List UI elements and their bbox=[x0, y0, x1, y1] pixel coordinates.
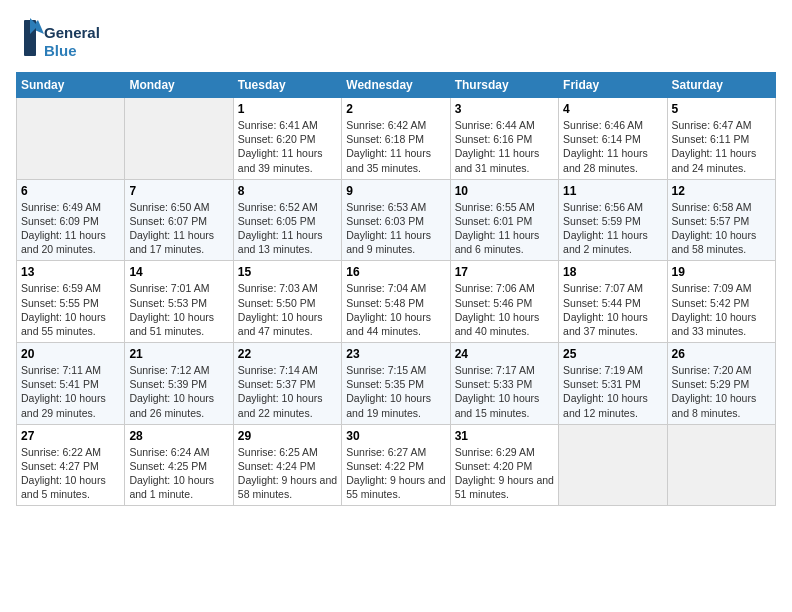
calendar-cell: 28Sunrise: 6:24 AMSunset: 4:25 PMDayligh… bbox=[125, 424, 233, 506]
daylight-label: Daylight: 11 hours and 9 minutes. bbox=[346, 229, 431, 255]
calendar-cell: 31Sunrise: 6:29 AMSunset: 4:20 PMDayligh… bbox=[450, 424, 558, 506]
sunset-label: Sunset: 5:55 PM bbox=[21, 297, 99, 309]
sunrise-label: Sunrise: 6:41 AM bbox=[238, 119, 318, 131]
cell-content: Sunrise: 7:11 AMSunset: 5:41 PMDaylight:… bbox=[21, 363, 120, 420]
cell-content: Sunrise: 6:24 AMSunset: 4:25 PMDaylight:… bbox=[129, 445, 228, 502]
day-number: 10 bbox=[455, 184, 554, 198]
sunset-label: Sunset: 6:01 PM bbox=[455, 215, 533, 227]
day-number: 8 bbox=[238, 184, 337, 198]
sunrise-label: Sunrise: 7:17 AM bbox=[455, 364, 535, 376]
sunset-label: Sunset: 5:44 PM bbox=[563, 297, 641, 309]
daylight-label: Daylight: 9 hours and 51 minutes. bbox=[455, 474, 554, 500]
sunset-label: Sunset: 4:20 PM bbox=[455, 460, 533, 472]
sunset-label: Sunset: 5:33 PM bbox=[455, 378, 533, 390]
calendar-cell: 18Sunrise: 7:07 AMSunset: 5:44 PMDayligh… bbox=[559, 261, 667, 343]
cell-content: Sunrise: 6:47 AMSunset: 6:11 PMDaylight:… bbox=[672, 118, 771, 175]
day-header-sunday: Sunday bbox=[17, 73, 125, 98]
sunrise-label: Sunrise: 7:01 AM bbox=[129, 282, 209, 294]
daylight-label: Daylight: 11 hours and 35 minutes. bbox=[346, 147, 431, 173]
day-number: 30 bbox=[346, 429, 445, 443]
calendar-cell: 15Sunrise: 7:03 AMSunset: 5:50 PMDayligh… bbox=[233, 261, 341, 343]
cell-content: Sunrise: 6:52 AMSunset: 6:05 PMDaylight:… bbox=[238, 200, 337, 257]
sunset-label: Sunset: 6:14 PM bbox=[563, 133, 641, 145]
daylight-label: Daylight: 9 hours and 55 minutes. bbox=[346, 474, 445, 500]
sunset-label: Sunset: 6:09 PM bbox=[21, 215, 99, 227]
day-number: 5 bbox=[672, 102, 771, 116]
daylight-label: Daylight: 9 hours and 58 minutes. bbox=[238, 474, 337, 500]
cell-content: Sunrise: 6:22 AMSunset: 4:27 PMDaylight:… bbox=[21, 445, 120, 502]
day-number: 7 bbox=[129, 184, 228, 198]
calendar-cell: 23Sunrise: 7:15 AMSunset: 5:35 PMDayligh… bbox=[342, 343, 450, 425]
sunset-label: Sunset: 6:16 PM bbox=[455, 133, 533, 145]
sunrise-label: Sunrise: 6:58 AM bbox=[672, 201, 752, 213]
sunset-label: Sunset: 4:27 PM bbox=[21, 460, 99, 472]
sunset-label: Sunset: 5:35 PM bbox=[346, 378, 424, 390]
daylight-label: Daylight: 10 hours and 33 minutes. bbox=[672, 311, 757, 337]
daylight-label: Daylight: 10 hours and 55 minutes. bbox=[21, 311, 106, 337]
daylight-label: Daylight: 10 hours and 15 minutes. bbox=[455, 392, 540, 418]
day-number: 17 bbox=[455, 265, 554, 279]
day-number: 6 bbox=[21, 184, 120, 198]
calendar-week-4: 20Sunrise: 7:11 AMSunset: 5:41 PMDayligh… bbox=[17, 343, 776, 425]
calendar-cell: 19Sunrise: 7:09 AMSunset: 5:42 PMDayligh… bbox=[667, 261, 775, 343]
day-number: 24 bbox=[455, 347, 554, 361]
cell-content: Sunrise: 6:53 AMSunset: 6:03 PMDaylight:… bbox=[346, 200, 445, 257]
daylight-label: Daylight: 10 hours and 51 minutes. bbox=[129, 311, 214, 337]
calendar-week-2: 6Sunrise: 6:49 AMSunset: 6:09 PMDaylight… bbox=[17, 179, 776, 261]
calendar-cell: 2Sunrise: 6:42 AMSunset: 6:18 PMDaylight… bbox=[342, 98, 450, 180]
sunrise-label: Sunrise: 6:22 AM bbox=[21, 446, 101, 458]
sunset-label: Sunset: 6:11 PM bbox=[672, 133, 750, 145]
day-header-thursday: Thursday bbox=[450, 73, 558, 98]
calendar-cell: 14Sunrise: 7:01 AMSunset: 5:53 PMDayligh… bbox=[125, 261, 233, 343]
cell-content: Sunrise: 7:15 AMSunset: 5:35 PMDaylight:… bbox=[346, 363, 445, 420]
day-number: 20 bbox=[21, 347, 120, 361]
calendar-cell: 13Sunrise: 6:59 AMSunset: 5:55 PMDayligh… bbox=[17, 261, 125, 343]
cell-content: Sunrise: 7:07 AMSunset: 5:44 PMDaylight:… bbox=[563, 281, 662, 338]
day-header-saturday: Saturday bbox=[667, 73, 775, 98]
sunset-label: Sunset: 5:41 PM bbox=[21, 378, 99, 390]
day-number: 22 bbox=[238, 347, 337, 361]
sunrise-label: Sunrise: 6:52 AM bbox=[238, 201, 318, 213]
cell-content: Sunrise: 7:14 AMSunset: 5:37 PMDaylight:… bbox=[238, 363, 337, 420]
cell-content: Sunrise: 6:56 AMSunset: 5:59 PMDaylight:… bbox=[563, 200, 662, 257]
calendar-cell: 21Sunrise: 7:12 AMSunset: 5:39 PMDayligh… bbox=[125, 343, 233, 425]
calendar-cell: 8Sunrise: 6:52 AMSunset: 6:05 PMDaylight… bbox=[233, 179, 341, 261]
daylight-label: Daylight: 11 hours and 2 minutes. bbox=[563, 229, 648, 255]
day-number: 11 bbox=[563, 184, 662, 198]
sunrise-label: Sunrise: 7:20 AM bbox=[672, 364, 752, 376]
calendar-cell: 1Sunrise: 6:41 AMSunset: 6:20 PMDaylight… bbox=[233, 98, 341, 180]
sunrise-label: Sunrise: 6:49 AM bbox=[21, 201, 101, 213]
sunrise-label: Sunrise: 6:50 AM bbox=[129, 201, 209, 213]
day-number: 28 bbox=[129, 429, 228, 443]
day-number: 25 bbox=[563, 347, 662, 361]
day-number: 1 bbox=[238, 102, 337, 116]
sunrise-label: Sunrise: 7:07 AM bbox=[563, 282, 643, 294]
day-number: 23 bbox=[346, 347, 445, 361]
sunset-label: Sunset: 4:24 PM bbox=[238, 460, 316, 472]
daylight-label: Daylight: 10 hours and 12 minutes. bbox=[563, 392, 648, 418]
calendar-cell bbox=[125, 98, 233, 180]
calendar-cell: 25Sunrise: 7:19 AMSunset: 5:31 PMDayligh… bbox=[559, 343, 667, 425]
sunrise-label: Sunrise: 6:42 AM bbox=[346, 119, 426, 131]
cell-content: Sunrise: 6:44 AMSunset: 6:16 PMDaylight:… bbox=[455, 118, 554, 175]
cell-content: Sunrise: 6:58 AMSunset: 5:57 PMDaylight:… bbox=[672, 200, 771, 257]
cell-content: Sunrise: 7:01 AMSunset: 5:53 PMDaylight:… bbox=[129, 281, 228, 338]
sunset-label: Sunset: 4:22 PM bbox=[346, 460, 424, 472]
sunset-label: Sunset: 5:50 PM bbox=[238, 297, 316, 309]
day-number: 3 bbox=[455, 102, 554, 116]
calendar-cell: 12Sunrise: 6:58 AMSunset: 5:57 PMDayligh… bbox=[667, 179, 775, 261]
day-header-tuesday: Tuesday bbox=[233, 73, 341, 98]
daylight-label: Daylight: 10 hours and 8 minutes. bbox=[672, 392, 757, 418]
logo-svg: General Blue bbox=[16, 16, 106, 64]
calendar-cell bbox=[667, 424, 775, 506]
sunset-label: Sunset: 5:29 PM bbox=[672, 378, 750, 390]
daylight-label: Daylight: 11 hours and 6 minutes. bbox=[455, 229, 540, 255]
sunset-label: Sunset: 5:31 PM bbox=[563, 378, 641, 390]
calendar-cell: 6Sunrise: 6:49 AMSunset: 6:09 PMDaylight… bbox=[17, 179, 125, 261]
sunrise-label: Sunrise: 6:44 AM bbox=[455, 119, 535, 131]
sunrise-label: Sunrise: 6:53 AM bbox=[346, 201, 426, 213]
day-number: 2 bbox=[346, 102, 445, 116]
cell-content: Sunrise: 6:46 AMSunset: 6:14 PMDaylight:… bbox=[563, 118, 662, 175]
day-number: 21 bbox=[129, 347, 228, 361]
day-number: 12 bbox=[672, 184, 771, 198]
